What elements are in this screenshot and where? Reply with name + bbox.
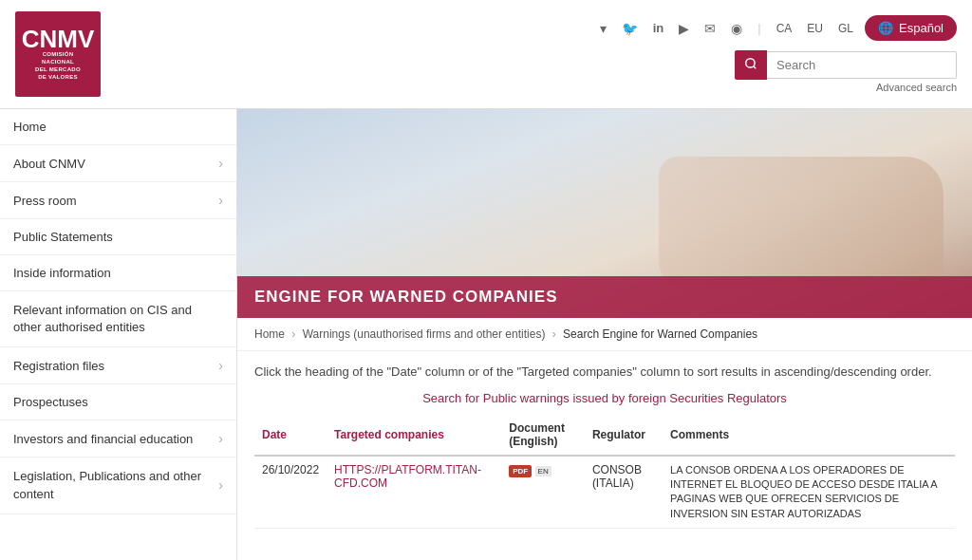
- warnings-table: Date Targeted companies Document (Englis…: [254, 415, 955, 530]
- table-heading: Search for Public warnings issued by for…: [254, 391, 955, 405]
- search-bar: [735, 50, 957, 80]
- sidebar-item-label: Relevant information on CIS and other au…: [13, 302, 223, 336]
- sidebar-item-label: Legislation, Publications and other cont…: [13, 468, 218, 502]
- sidebar-item-home[interactable]: Home: [0, 109, 236, 145]
- sidebar-item-label: Press room: [13, 194, 76, 208]
- sidebar-item-label: Investors and financial education: [13, 432, 193, 446]
- advanced-search-link[interactable]: Advanced search: [876, 82, 957, 93]
- cell-document[interactable]: PDF EN: [501, 456, 585, 529]
- logo-subtitle: COMISIÓNNACIONALDEL MERCADODE VALORES: [22, 51, 95, 81]
- lang-ca[interactable]: CA: [773, 20, 796, 37]
- sidebar-item-about-cnmv[interactable]: About CNMV ›: [0, 145, 236, 182]
- pdf-icon: PDF: [509, 465, 532, 477]
- main-content: ENGINE FOR WARNED COMPANIES Home › Warni…: [237, 109, 972, 560]
- search-button[interactable]: [735, 50, 767, 80]
- col-header-document: Document (English): [501, 415, 585, 456]
- social-bar: ▾ 🐦 in ▶ ✉ ◉ | CA EU GL 🌐 Español: [596, 15, 957, 41]
- sidebar-item-label: Prospectuses: [13, 395, 88, 409]
- logo-text: CNMV: [22, 27, 95, 51]
- sidebar-item-label: About CNMV: [13, 157, 85, 171]
- sidebar-item-inside-information[interactable]: Inside information: [0, 255, 236, 291]
- hero-image-decoration: [659, 157, 944, 289]
- col-header-regulator: Regulator: [585, 415, 663, 456]
- col-header-targeted[interactable]: Targeted companies: [327, 415, 501, 456]
- youtube-icon[interactable]: ▶: [675, 19, 693, 38]
- separator: |: [757, 21, 760, 35]
- warnings-table-section: Search for Public warnings issued by for…: [237, 391, 972, 539]
- logo-area: CNMV COMISIÓNNACIONALDEL MERCADODE VALOR…: [15, 11, 129, 97]
- linkedin-icon[interactable]: in: [649, 19, 668, 37]
- chevron-right-icon: ›: [218, 193, 223, 208]
- sidebar-item-press-room[interactable]: Press room ›: [0, 182, 236, 219]
- espanol-label: Español: [899, 21, 944, 35]
- breadcrumb: Home › Warnings (unauthorised firms and …: [237, 318, 972, 351]
- breadcrumb-current: Search Engine for Warned Companies: [563, 327, 757, 341]
- sidebar-item-label: Home: [13, 120, 47, 134]
- comments-text: LA CONSOB ORDENA A LOS OPERADORES DE INT…: [670, 464, 937, 519]
- cnmv-logo: CNMV COMISIÓNNACIONALDEL MERCADODE VALOR…: [15, 11, 101, 97]
- sidebar-item-legislation[interactable]: Legislation, Publications and other cont…: [0, 457, 236, 513]
- header: CNMV COMISIÓNNACIONALDEL MERCADODE VALOR…: [0, 0, 972, 109]
- sidebar-item-registration-files[interactable]: Registration files ›: [0, 347, 236, 384]
- page-layout: Home About CNMV › Press room › Public St…: [0, 109, 972, 560]
- chevron-right-icon: ›: [218, 358, 223, 373]
- cell-regulator: CONSOB (ITALIA): [585, 456, 663, 529]
- chevron-right-icon: ›: [218, 156, 223, 171]
- svg-point-0: [746, 59, 755, 67]
- cell-comments: LA CONSOB ORDENA A LOS OPERADORES DE INT…: [663, 456, 955, 529]
- sidebar-item-label: Inside information: [13, 266, 111, 280]
- page-description: Click the heading of the "Date" column o…: [237, 351, 972, 391]
- search-input[interactable]: [767, 51, 957, 79]
- cell-company[interactable]: HTTPS://PLATFORM.TITAN-CFD.COM: [327, 456, 501, 529]
- breadcrumb-home[interactable]: Home: [254, 327, 285, 341]
- twitter-icon[interactable]: 🐦: [618, 19, 642, 38]
- dropdown-icon[interactable]: ▾: [596, 19, 610, 38]
- hero-overlay: ENGINE FOR WARNED COMPANIES: [237, 276, 972, 318]
- lang-eu[interactable]: EU: [803, 20, 827, 37]
- lang-gl[interactable]: GL: [834, 20, 857, 37]
- cell-date: 26/10/2022: [254, 456, 327, 529]
- sidebar-item-prospectuses[interactable]: Prospectuses: [0, 384, 236, 420]
- col-header-date[interactable]: Date: [254, 415, 327, 456]
- email-icon[interactable]: ✉: [701, 19, 720, 38]
- breadcrumb-separator: ›: [552, 327, 556, 341]
- sidebar-item-relevant-info[interactable]: Relevant information on CIS and other au…: [0, 291, 236, 347]
- sidebar-item-label: Registration files: [13, 359, 104, 373]
- col-header-comments: Comments: [663, 415, 955, 456]
- hero-banner: ENGINE FOR WARNED COMPANIES: [237, 109, 972, 318]
- table-header-row: Date Targeted companies Document (Englis…: [254, 415, 955, 456]
- breadcrumb-separator: ›: [291, 327, 295, 341]
- chevron-right-icon: ›: [218, 431, 223, 446]
- espanol-button[interactable]: 🌐 Español: [865, 15, 957, 41]
- search-icon: [744, 57, 757, 70]
- sidebar: Home About CNMV › Press room › Public St…: [0, 109, 237, 560]
- header-right: ▾ 🐦 in ▶ ✉ ◉ | CA EU GL 🌐 Español Advanc…: [129, 15, 957, 93]
- sidebar-item-public-statements[interactable]: Public Statements: [0, 219, 236, 255]
- hero-title: ENGINE FOR WARNED COMPANIES: [254, 288, 955, 307]
- table-row: 26/10/2022 HTTPS://PLATFORM.TITAN-CFD.CO…: [254, 456, 955, 529]
- svg-line-1: [754, 66, 757, 69]
- breadcrumb-warnings[interactable]: Warnings (unauthorised firms and other e…: [303, 327, 546, 341]
- chevron-right-icon: ›: [218, 476, 223, 495]
- en-badge: EN: [535, 466, 551, 476]
- rss-icon[interactable]: ◉: [727, 19, 746, 38]
- sidebar-item-label: Public Statements: [13, 230, 113, 244]
- globe-icon: 🌐: [878, 21, 893, 35]
- sidebar-item-investors[interactable]: Investors and financial education ›: [0, 420, 236, 457]
